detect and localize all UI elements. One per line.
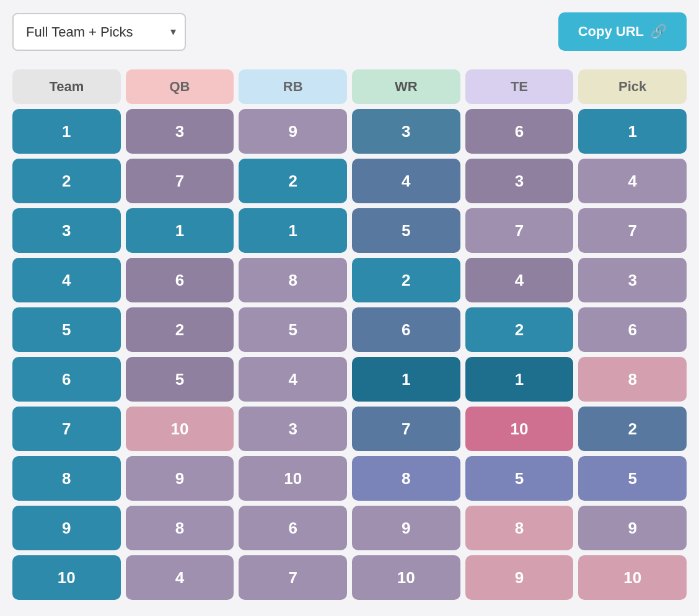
row-8-qb[interactable]: 9	[126, 456, 234, 501]
row-10-te[interactable]: 9	[465, 555, 574, 600]
row-7-te[interactable]: 10	[465, 407, 574, 451]
row-6-pick[interactable]: 8	[578, 357, 687, 402]
row-8-wr[interactable]: 8	[352, 456, 460, 501]
copy-url-button[interactable]: Copy URL 🔗	[558, 12, 687, 51]
row-10-pick[interactable]: 10	[578, 555, 687, 600]
row-5-rb[interactable]: 5	[239, 307, 347, 352]
row-8-team[interactable]: 8	[12, 456, 121, 501]
row-4-wr[interactable]: 2	[352, 258, 460, 302]
col-header-team: Team	[12, 69, 121, 104]
row-9-te[interactable]: 8	[465, 506, 574, 550]
row-9-team[interactable]: 9	[12, 506, 121, 550]
page-header: Full Team + Picks ▾ Copy URL 🔗	[12, 12, 687, 51]
copy-url-label: Copy URL	[578, 24, 644, 40]
row-6-qb[interactable]: 5	[126, 357, 234, 402]
row-7-rb[interactable]: 3	[239, 407, 347, 451]
row-2-rb[interactable]: 2	[239, 159, 347, 203]
link-icon: 🔗	[650, 24, 667, 40]
view-dropdown-wrapper: Full Team + Picks ▾	[12, 13, 186, 51]
row-2-team[interactable]: 2	[12, 159, 121, 203]
col-header-qb: QB	[126, 69, 234, 104]
row-7-wr[interactable]: 7	[352, 407, 460, 451]
col-header-pick: Pick	[578, 69, 687, 104]
row-9-qb[interactable]: 8	[126, 506, 234, 550]
row-9-rb[interactable]: 6	[239, 506, 347, 550]
row-3-wr[interactable]: 5	[352, 208, 460, 253]
row-7-qb[interactable]: 10	[126, 407, 234, 451]
picks-grid: Team QB RB WR TE Pick 139361272434311577…	[12, 69, 687, 600]
row-2-te[interactable]: 3	[465, 159, 574, 203]
row-1-pick[interactable]: 1	[578, 109, 687, 154]
row-6-team[interactable]: 6	[12, 357, 121, 402]
row-10-rb[interactable]: 7	[239, 555, 347, 600]
row-3-te[interactable]: 7	[465, 208, 574, 253]
view-selector[interactable]: Full Team + Picks	[12, 13, 186, 51]
row-5-wr[interactable]: 6	[352, 307, 460, 352]
row-3-qb[interactable]: 1	[126, 208, 234, 253]
row-10-team[interactable]: 10	[12, 555, 121, 600]
row-8-pick[interactable]: 5	[578, 456, 687, 501]
row-10-qb[interactable]: 4	[126, 555, 234, 600]
row-10-wr[interactable]: 10	[352, 555, 460, 600]
row-5-pick[interactable]: 6	[578, 307, 687, 352]
row-2-wr[interactable]: 4	[352, 159, 460, 203]
row-6-rb[interactable]: 4	[239, 357, 347, 402]
row-7-team[interactable]: 7	[12, 407, 121, 451]
row-1-wr[interactable]: 3	[352, 109, 460, 154]
row-5-te[interactable]: 2	[465, 307, 574, 352]
row-5-team[interactable]: 5	[12, 307, 121, 352]
row-7-pick[interactable]: 2	[578, 407, 687, 451]
row-4-qb[interactable]: 6	[126, 258, 234, 302]
row-2-qb[interactable]: 7	[126, 159, 234, 203]
row-5-qb[interactable]: 2	[126, 307, 234, 352]
row-1-team[interactable]: 1	[12, 109, 121, 154]
col-header-rb: RB	[239, 69, 347, 104]
row-1-te[interactable]: 6	[465, 109, 574, 154]
row-3-pick[interactable]: 7	[578, 208, 687, 253]
row-2-pick[interactable]: 4	[578, 159, 687, 203]
row-6-te[interactable]: 1	[465, 357, 574, 402]
row-4-te[interactable]: 4	[465, 258, 574, 302]
row-4-team[interactable]: 4	[12, 258, 121, 302]
row-8-rb[interactable]: 10	[239, 456, 347, 501]
row-8-te[interactable]: 5	[465, 456, 574, 501]
row-4-rb[interactable]: 8	[239, 258, 347, 302]
row-3-team[interactable]: 3	[12, 208, 121, 253]
row-6-wr[interactable]: 1	[352, 357, 460, 402]
col-header-te: TE	[465, 69, 574, 104]
col-header-wr: WR	[352, 69, 460, 104]
row-1-qb[interactable]: 3	[126, 109, 234, 154]
row-3-rb[interactable]: 1	[239, 208, 347, 253]
row-1-rb[interactable]: 9	[239, 109, 347, 154]
row-9-wr[interactable]: 9	[352, 506, 460, 550]
row-4-pick[interactable]: 3	[578, 258, 687, 302]
row-9-pick[interactable]: 9	[578, 506, 687, 550]
